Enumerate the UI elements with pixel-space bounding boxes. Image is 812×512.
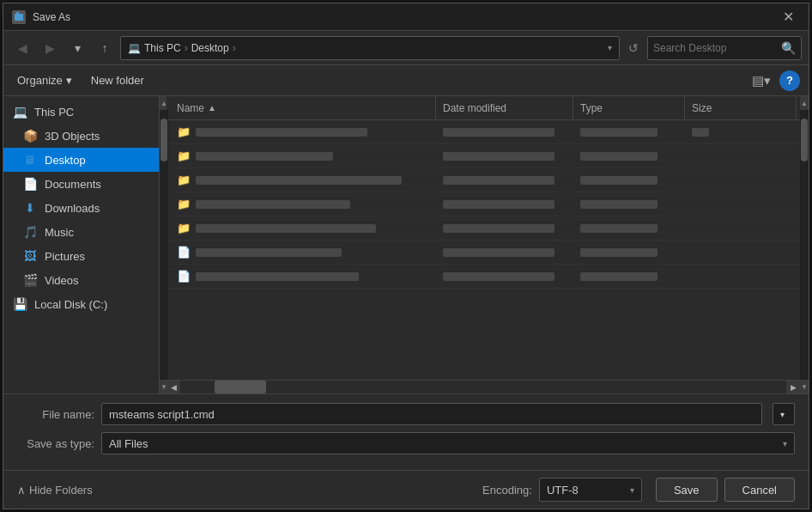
sidebar-item-3d-objects[interactable]: 📦 3D Objects bbox=[3, 124, 159, 148]
table-row[interactable]: 📁 bbox=[167, 216, 800, 241]
local-disk-icon: 💾 bbox=[12, 296, 27, 312]
scroll-left[interactable]: ◀ bbox=[167, 381, 180, 394]
forward-button[interactable]: ▶ bbox=[38, 36, 62, 60]
footer: ∧ Hide Folders Encoding: UTF-8 ▾ Save Ca… bbox=[3, 470, 809, 509]
address-bar[interactable]: 💻 This PC › Desktop › ▾ bbox=[120, 36, 620, 60]
sidebar-item-local-disk[interactable]: 💾 Local Disk (C:) bbox=[3, 292, 159, 316]
search-icon: 🔍 bbox=[781, 41, 796, 55]
scroll-thumb[interactable] bbox=[215, 381, 266, 393]
scroll-right[interactable]: ▶ bbox=[786, 381, 800, 394]
sidebar-label-local-disk: Local Disk (C:) bbox=[34, 298, 107, 311]
dialog-icon bbox=[12, 10, 26, 24]
sidebar-scroll-thumb[interactable] bbox=[161, 119, 167, 162]
encoding-label: Encoding: bbox=[482, 484, 532, 497]
col-header-date[interactable]: Date modified bbox=[436, 96, 573, 119]
file-cell-name: 📁 bbox=[170, 222, 436, 235]
toolbar2-right: ▤ ▾ ? bbox=[748, 70, 800, 92]
table-row[interactable]: 📁 bbox=[167, 192, 800, 216]
table-row[interactable]: 📁 bbox=[167, 144, 800, 168]
dialog-title: Save As bbox=[33, 11, 776, 23]
sidebar-item-videos[interactable]: 🎬 Videos bbox=[3, 268, 159, 292]
view-arrow-icon: ▾ bbox=[764, 73, 771, 88]
cancel-button[interactable]: Cancel bbox=[724, 478, 795, 502]
search-input[interactable] bbox=[653, 42, 778, 54]
table-row[interactable]: 📄 bbox=[167, 241, 800, 265]
col-header-name[interactable]: Name ▲ bbox=[170, 96, 436, 119]
file-scroll-track[interactable] bbox=[800, 110, 809, 380]
videos-icon: 🎬 bbox=[22, 272, 38, 288]
file-cell-name: 📁 bbox=[170, 149, 436, 162]
file-icon: 📁 bbox=[177, 125, 191, 138]
file-cell-date bbox=[436, 176, 573, 185]
this-pc-icon: 💻 bbox=[128, 42, 141, 54]
refresh-button[interactable]: ↺ bbox=[623, 36, 644, 60]
dropdown-button[interactable]: ▾ bbox=[65, 36, 89, 60]
music-icon: 🎵 bbox=[22, 224, 38, 240]
file-icon: 📁 bbox=[177, 149, 191, 162]
file-icon: 📄 bbox=[177, 270, 191, 283]
file-cell-date bbox=[436, 224, 573, 233]
sidebar-scrollbar[interactable]: ▲ ▼ bbox=[160, 96, 168, 393]
separator-2: › bbox=[233, 42, 236, 54]
breadcrumb-this-pc[interactable]: This PC bbox=[144, 42, 181, 54]
file-cell-name: 📁 bbox=[170, 174, 436, 186]
documents-icon: 📄 bbox=[22, 176, 38, 192]
up-button[interactable]: ↑ bbox=[93, 36, 117, 60]
file-area: Name ▲ Date modified Type Size bbox=[167, 96, 800, 393]
scroll-track[interactable] bbox=[180, 381, 786, 393]
view-button[interactable]: ▤ ▾ bbox=[748, 70, 774, 92]
3d-objects-icon: 📦 bbox=[22, 128, 38, 143]
table-row[interactable]: 📁 bbox=[167, 120, 800, 144]
close-button[interactable]: ✕ bbox=[776, 5, 800, 29]
savetype-select[interactable]: All Files ▾ bbox=[101, 432, 795, 454]
search-box[interactable]: 🔍 bbox=[647, 36, 802, 60]
file-scroll-thumb[interactable] bbox=[801, 119, 808, 162]
file-list-scrollbar[interactable]: ▲ ▼ bbox=[800, 96, 809, 393]
organize-button[interactable]: Organize ▾ bbox=[12, 70, 77, 90]
encoding-select[interactable]: UTF-8 ▾ bbox=[539, 478, 642, 502]
svg-rect-0 bbox=[15, 14, 23, 21]
save-button[interactable]: Save bbox=[656, 478, 718, 502]
sidebar-item-downloads[interactable]: ⬇ Downloads bbox=[3, 196, 159, 220]
horizontal-scrollbar[interactable]: ◀ ▶ bbox=[167, 380, 800, 393]
svg-rect-1 bbox=[16, 12, 19, 15]
encoding-row: Encoding: UTF-8 ▾ bbox=[93, 478, 642, 502]
sidebar-item-desktop[interactable]: 🖥 Desktop bbox=[3, 148, 159, 172]
file-cell-name: 📄 bbox=[170, 270, 436, 283]
file-cell-type bbox=[573, 200, 685, 209]
organize-toolbar: Organize ▾ New folder ▤ ▾ ? bbox=[3, 65, 809, 96]
sidebar-scroll-track[interactable] bbox=[160, 110, 168, 380]
sidebar-label-this-pc: This PC bbox=[34, 106, 74, 119]
sidebar-item-this-pc[interactable]: 💻 This PC bbox=[3, 100, 159, 124]
col-header-size[interactable]: Size bbox=[685, 96, 797, 119]
encoding-arrow: ▾ bbox=[630, 485, 634, 495]
savetype-row: Save as type: All Files ▾ bbox=[17, 432, 795, 454]
filename-dropdown[interactable]: ▾ bbox=[773, 403, 795, 425]
table-row[interactable]: 📄 bbox=[167, 265, 800, 289]
breadcrumb-desktop[interactable]: Desktop bbox=[191, 42, 229, 54]
table-row[interactable]: 📁 bbox=[167, 168, 800, 192]
back-button[interactable]: ◀ bbox=[10, 36, 34, 60]
file-icon: 📁 bbox=[177, 222, 191, 235]
file-cell-name: 📄 bbox=[170, 246, 436, 259]
filename-input[interactable] bbox=[101, 403, 762, 425]
hide-folders-button[interactable]: ∧ Hide Folders bbox=[17, 484, 93, 497]
sort-arrow: ▲ bbox=[208, 103, 216, 113]
file-scroll-up[interactable]: ▲ bbox=[800, 96, 809, 110]
sidebar-item-music[interactable]: 🎵 Music bbox=[3, 220, 159, 244]
sidebar-label-pictures: Pictures bbox=[45, 250, 85, 263]
hide-folders-label: Hide Folders bbox=[29, 484, 93, 497]
sidebar-label-documents: Documents bbox=[45, 178, 101, 191]
file-cell-name: 📁 bbox=[170, 125, 436, 138]
help-button[interactable]: ? bbox=[779, 70, 800, 91]
new-folder-button[interactable]: New folder bbox=[86, 70, 149, 90]
navigation-toolbar: ◀ ▶ ▾ ↑ 💻 This PC › Desktop › ▾ ↺ 🔍 bbox=[3, 31, 809, 65]
col-header-type[interactable]: Type bbox=[573, 96, 685, 119]
sidebar-item-pictures[interactable]: 🖼 Pictures bbox=[3, 244, 159, 268]
file-list[interactable]: 📁 📁 bbox=[167, 120, 800, 380]
file-scroll-down[interactable]: ▼ bbox=[800, 380, 809, 393]
address-dropdown-arrow[interactable]: ▾ bbox=[608, 43, 612, 52]
savetype-arrow: ▾ bbox=[783, 439, 787, 448]
sidebar-item-documents[interactable]: 📄 Documents bbox=[3, 172, 159, 196]
file-cell-type bbox=[573, 128, 685, 137]
